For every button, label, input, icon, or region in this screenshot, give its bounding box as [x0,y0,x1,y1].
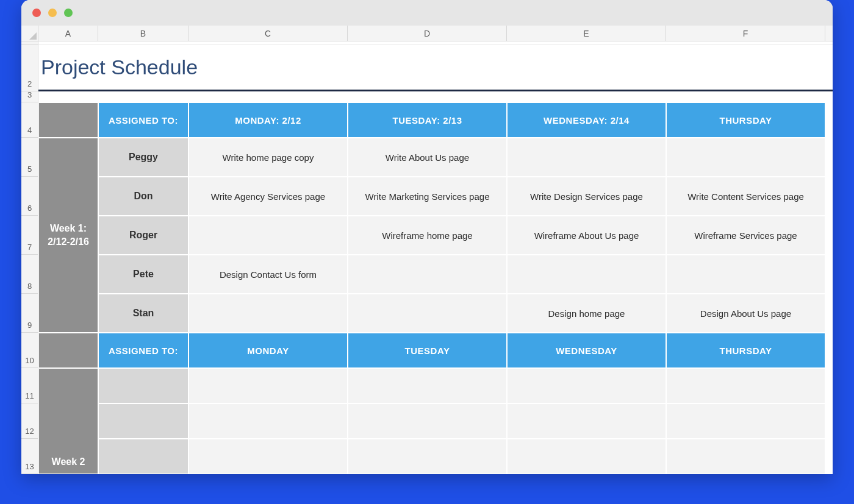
task-cell[interactable] [666,255,825,294]
row-header[interactable]: 2 [21,45,38,91]
task-cell[interactable] [348,439,507,474]
task-cell[interactable]: Write Content Services page [666,177,825,216]
assignee-cell[interactable]: Roger [98,216,188,255]
row-header[interactable]: 11 [21,368,38,403]
task-cell[interactable] [666,368,825,403]
col-assigned-to[interactable]: ASSIGNED TO: [98,333,188,368]
task-cell[interactable]: Write home page copy [188,138,348,177]
task-cell[interactable]: Design home page [507,294,666,333]
task-cell[interactable] [507,255,666,294]
week-header-blank[interactable] [38,102,98,138]
minimize-icon[interactable] [48,9,57,17]
column-header[interactable]: B [98,26,188,41]
close-icon[interactable] [32,9,41,17]
row-header[interactable]: 10 [21,333,38,368]
week-label[interactable]: Week 2 [38,368,98,474]
assignee-cell[interactable]: Stan [98,294,188,333]
task-cell[interactable]: Write About Us page [348,138,507,177]
task-cell[interactable] [507,138,666,177]
app-window: A B C D E F 2 3 4 5 6 7 8 9 10 11 12 13 [21,0,833,474]
assignee-cell[interactable] [98,368,188,403]
col-tuesday[interactable]: TUESDAY: 2/13 [348,102,507,138]
task-cell[interactable] [348,255,507,294]
task-cell[interactable]: Wireframe Services page [666,216,825,255]
task-cell[interactable] [507,368,666,403]
task-cell[interactable]: Design About Us page [666,294,825,333]
select-all-corner[interactable] [21,26,38,41]
zoom-icon[interactable] [64,9,73,17]
col-tuesday[interactable]: TUESDAY [348,333,507,368]
task-cell[interactable] [348,403,507,439]
col-wednesday[interactable]: WEDNESDAY: 2/14 [507,102,666,138]
task-cell[interactable] [507,439,666,474]
row-header-column: 2 3 4 5 6 7 8 9 10 11 12 13 [21,41,38,474]
week-header-blank[interactable] [38,333,98,368]
column-header[interactable]: C [188,26,348,41]
task-cell[interactable]: Design Contact Us form [188,255,348,294]
task-cell[interactable] [348,368,507,403]
task-cell[interactable] [188,403,348,439]
task-cell[interactable] [188,368,348,403]
window-titlebar [21,0,833,26]
row-header[interactable]: 7 [21,216,38,255]
col-wednesday[interactable]: WEDNESDAY [507,333,666,368]
assignee-cell[interactable] [98,439,188,474]
row-header[interactable]: 9 [21,294,38,333]
task-cell[interactable]: Write Agency Services page [188,177,348,216]
task-cell[interactable]: Write Design Services page [507,177,666,216]
task-cell[interactable] [348,294,507,333]
page-title[interactable]: Project Schedule [38,45,833,91]
assignee-cell[interactable] [98,403,188,439]
week-label[interactable]: Week 1: 2/12-2/16 [38,138,98,333]
task-cell[interactable]: Wireframe home page [348,216,507,255]
column-header[interactable]: E [507,26,666,41]
task-cell[interactable] [666,138,825,177]
col-thursday[interactable]: THURSDAY [666,333,825,368]
row-header[interactable]: 6 [21,177,38,216]
row-header[interactable]: 12 [21,403,38,439]
task-cell[interactable]: Write Marketing Services page [348,177,507,216]
row-header[interactable]: 3 [21,91,38,102]
row-header[interactable]: 13 [21,439,38,474]
col-assigned-to[interactable]: ASSIGNED TO: [98,102,188,138]
row-header[interactable]: 5 [21,138,38,177]
spreadsheet-grid[interactable]: A B C D E F 2 3 4 5 6 7 8 9 10 11 12 13 [21,26,833,474]
task-cell[interactable] [666,403,825,439]
task-cell[interactable]: Wireframe About Us page [507,216,666,255]
row-header[interactable]: 8 [21,255,38,294]
task-cell[interactable] [666,439,825,474]
col-monday[interactable]: MONDAY [188,333,348,368]
task-cell[interactable] [188,216,348,255]
assignee-cell[interactable]: Pete [98,255,188,294]
sheet-content[interactable]: Project Schedule ASSIGNED TO: MONDAY: 2/… [38,41,833,474]
assignee-cell[interactable]: Peggy [98,138,188,177]
task-cell[interactable] [507,403,666,439]
task-cell[interactable] [188,294,348,333]
task-cell[interactable] [188,439,348,474]
row-header[interactable]: 4 [21,102,38,138]
assignee-cell[interactable]: Don [98,177,188,216]
column-header-row: A B C D E F [21,26,833,41]
col-thursday[interactable]: THURSDAY [666,102,825,138]
column-header[interactable]: A [38,26,98,41]
column-header[interactable]: F [666,26,825,41]
column-header[interactable]: D [348,26,507,41]
col-monday[interactable]: MONDAY: 2/12 [188,102,348,138]
